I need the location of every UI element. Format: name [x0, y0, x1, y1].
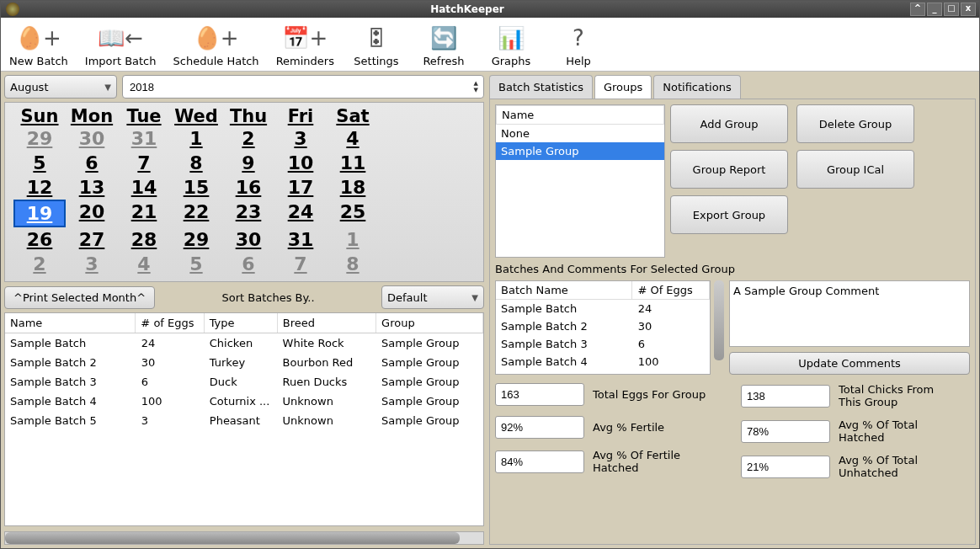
- calendar-day[interactable]: 25: [327, 200, 379, 227]
- group-batch-list[interactable]: Batch Name# Of Eggs Sample Batch24Sample…: [495, 280, 711, 375]
- calendar-day[interactable]: 3: [274, 126, 327, 151]
- table-row[interactable]: Sample Batch24ChickenWhite RockSample Gr…: [5, 333, 483, 353]
- maximize-button[interactable]: □: [944, 3, 959, 16]
- calendar-day[interactable]: 5: [170, 252, 222, 276]
- close-button[interactable]: x: [961, 3, 976, 16]
- calendar-day[interactable]: 26: [13, 227, 66, 252]
- table-row[interactable]: Sample Batch 4100: [496, 353, 710, 370]
- toolbar-graphs[interactable]: 📊Graphs: [479, 19, 543, 69]
- calendar-day[interactable]: 10: [274, 151, 327, 175]
- calendar-day[interactable]: 29: [170, 227, 222, 252]
- calendar-day[interactable]: 8: [327, 252, 379, 276]
- horizontal-scrollbar[interactable]: [4, 531, 484, 545]
- toolbar-schedule-hatch[interactable]: 🥚+Schedule Hatch: [167, 19, 266, 69]
- calendar-day[interactable]: 4: [118, 252, 170, 276]
- calendar-day[interactable]: 20: [66, 200, 118, 227]
- group-list-item[interactable]: Sample Group: [496, 142, 664, 160]
- calendar-day[interactable]: 29: [13, 126, 66, 151]
- column-header[interactable]: Group: [376, 313, 483, 333]
- tab-batch-statistics[interactable]: Batch Statistics: [489, 75, 593, 99]
- tab-groups[interactable]: Groups: [594, 75, 652, 99]
- calendar-day[interactable]: 27: [66, 227, 118, 252]
- column-header[interactable]: Batch Name: [496, 281, 632, 299]
- table-row[interactable]: Sample Batch 4100Coturnix ...UnknownSamp…: [5, 392, 483, 411]
- calendar-day[interactable]: 1: [170, 126, 222, 151]
- calendar-day[interactable]: 6: [66, 151, 118, 175]
- calendar-day[interactable]: 3: [66, 252, 118, 276]
- calendar-day[interactable]: 22: [170, 200, 222, 227]
- toolbar-new-batch[interactable]: 🥚+New Batch: [3, 19, 75, 69]
- print-month-button[interactable]: ^Print Selected Month^: [4, 286, 155, 309]
- table-row[interactable]: Sample Batch 53PheasantUnknownSample Gro…: [5, 411, 483, 430]
- toolbar-reminders[interactable]: 📅+Reminders: [269, 19, 341, 69]
- add-group-button[interactable]: Add Group: [670, 104, 788, 143]
- sort-value: Default: [387, 291, 471, 304]
- calendar-day[interactable]: 1: [327, 227, 379, 252]
- calendar-day[interactable]: 18: [327, 175, 379, 200]
- calendar-day[interactable]: 30: [66, 126, 118, 151]
- calendar-day[interactable]: 7: [118, 151, 170, 175]
- calendar-day[interactable]: 15: [170, 175, 222, 200]
- calendar-day[interactable]: 19: [13, 200, 66, 227]
- stat-input[interactable]: [495, 450, 584, 473]
- calendar-day[interactable]: 2: [222, 126, 274, 151]
- toolbar-refresh[interactable]: 🔄Refresh: [412, 19, 476, 69]
- calendar-day[interactable]: 6: [222, 252, 274, 276]
- stat-input[interactable]: [741, 456, 830, 478]
- calendar-day[interactable]: 31: [274, 227, 327, 252]
- calendar-day[interactable]: 12: [13, 175, 66, 200]
- calendar-day[interactable]: 31: [118, 126, 170, 151]
- column-header[interactable]: Breed: [278, 313, 376, 333]
- table-row[interactable]: Sample Batch24: [496, 300, 710, 317]
- calendar-day[interactable]: 30: [222, 227, 274, 252]
- group-list[interactable]: Name NoneSample Group: [495, 104, 665, 258]
- spinner-arrows[interactable]: ▲▼: [474, 80, 478, 93]
- table-row[interactable]: Sample Batch 36DuckRuen DucksSample Grou…: [5, 372, 483, 392]
- calendar-day[interactable]: 14: [118, 175, 170, 200]
- stat-input[interactable]: [741, 385, 830, 408]
- update-comments-button[interactable]: Update Comments: [729, 352, 970, 375]
- group-ical-button[interactable]: Group ICal: [796, 150, 914, 189]
- vertical-scrollbar[interactable]: [714, 280, 724, 375]
- calendar-day[interactable]: 8: [170, 151, 222, 175]
- year-input[interactable]: [128, 80, 474, 94]
- calendar-day[interactable]: 23: [222, 200, 274, 227]
- sort-combo[interactable]: Default ▼: [381, 285, 484, 309]
- table-row[interactable]: Sample Batch 230: [496, 317, 710, 335]
- toolbar-label: Reminders: [276, 55, 334, 67]
- calendar-day[interactable]: 17: [274, 175, 327, 200]
- comment-textarea[interactable]: A Sample Group Comment: [729, 280, 970, 347]
- column-header[interactable]: # Of Eggs: [632, 281, 710, 299]
- stat-input[interactable]: [741, 420, 830, 443]
- rollup-button[interactable]: ^: [910, 3, 925, 16]
- toolbar-help[interactable]: ?Help: [546, 19, 610, 69]
- table-row[interactable]: Sample Batch 230TurkeyBourbon RedSample …: [5, 353, 483, 372]
- toolbar-settings[interactable]: 🎛Settings: [344, 19, 408, 69]
- calendar-day[interactable]: 13: [66, 175, 118, 200]
- calendar-day[interactable]: 16: [222, 175, 274, 200]
- stat-input[interactable]: [495, 416, 584, 439]
- group-list-item[interactable]: None: [496, 125, 664, 142]
- calendar-day[interactable]: 9: [222, 151, 274, 175]
- calendar-day[interactable]: 21: [118, 200, 170, 227]
- tab-notifications[interactable]: Notifications: [653, 75, 740, 99]
- calendar-day[interactable]: 28: [118, 227, 170, 252]
- minimize-button[interactable]: _: [927, 3, 942, 16]
- group-report-button[interactable]: Group Report: [670, 150, 788, 189]
- calendar-day[interactable]: 2: [13, 252, 66, 276]
- table-row[interactable]: Sample Batch 36: [496, 335, 710, 353]
- calendar-day[interactable]: 5: [13, 151, 66, 175]
- column-header[interactable]: # of Eggs: [136, 313, 204, 333]
- column-header[interactable]: Type: [205, 313, 278, 333]
- calendar-day[interactable]: 7: [274, 252, 327, 276]
- stat-input[interactable]: [495, 383, 584, 406]
- calendar-day[interactable]: 11: [327, 151, 379, 175]
- calendar-day[interactable]: 24: [274, 200, 327, 227]
- toolbar-import-batch[interactable]: 📖←Import Batch: [78, 19, 163, 69]
- calendar-day[interactable]: 4: [327, 126, 379, 151]
- export-group-button[interactable]: Export Group: [670, 195, 788, 234]
- delete-group-button[interactable]: Delete Group: [796, 104, 914, 143]
- month-combo[interactable]: August ▼: [4, 75, 117, 99]
- year-spinner[interactable]: ▲▼: [122, 75, 484, 99]
- column-header[interactable]: Name: [5, 313, 136, 333]
